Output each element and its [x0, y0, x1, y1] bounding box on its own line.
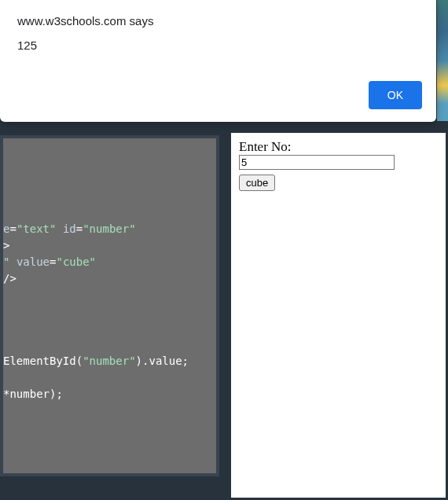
content-area: e="text" id="number">" value="cube"/> El…	[0, 121, 448, 500]
alert-origin: www.w3schools.com says	[17, 14, 419, 28]
code-line: " value="cube"	[3, 254, 216, 270]
code-line: >	[3, 237, 216, 254]
number-input[interactable]	[239, 155, 395, 170]
code-line: e="text" id="number"	[3, 221, 216, 237]
code-line	[3, 369, 216, 386]
alert-ok-button[interactable]: OK	[369, 81, 422, 109]
code-line: *number);	[3, 386, 216, 403]
alert-message: 125	[17, 39, 419, 52]
code-editor-pane: e="text" id="number">" value="cube"/> El…	[0, 131, 229, 500]
decorative-strip	[437, 0, 448, 122]
code-line	[3, 303, 216, 320]
code-line: ElementById("number").value;	[3, 353, 216, 369]
code-editor[interactable]: e="text" id="number">" value="cube"/> El…	[0, 135, 219, 476]
input-label: Enter No:	[239, 139, 292, 154]
result-pane: Enter No: cube	[229, 131, 448, 500]
code-line: />	[3, 270, 216, 287]
alert-dialog: www.w3schools.com says 125 OK	[0, 0, 436, 122]
code-line	[3, 336, 216, 353]
code-line	[3, 287, 216, 303]
cube-button[interactable]: cube	[239, 175, 275, 191]
code-line	[3, 320, 216, 336]
